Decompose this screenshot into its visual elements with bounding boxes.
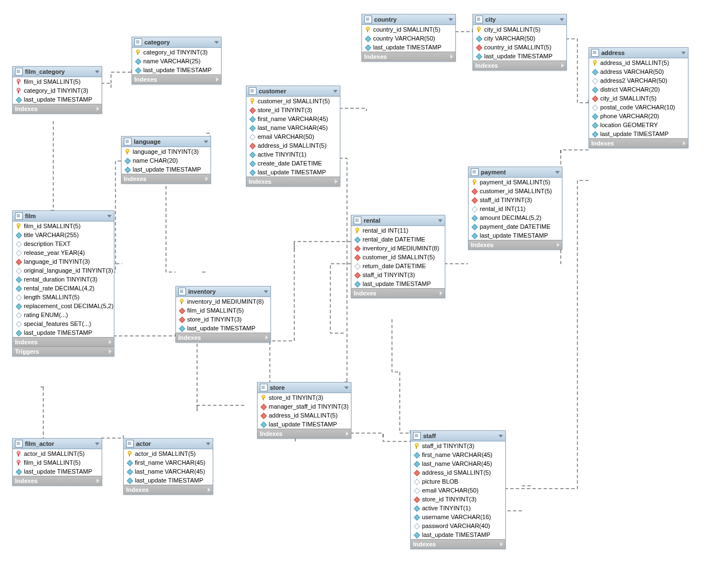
indexes-section[interactable]: Indexes — [124, 485, 213, 494]
column-text: language_id TINYINT(3) — [133, 148, 199, 155]
column-nullable-icon — [249, 133, 255, 140]
table-header[interactable]: payment — [469, 167, 562, 178]
indexes-section[interactable]: Indexes — [176, 333, 270, 342]
indexes-section[interactable]: Indexes — [13, 337, 114, 346]
column-text: email VARCHAR(50) — [258, 133, 314, 140]
table-header[interactable]: film_actor — [13, 439, 102, 449]
table-store[interactable]: storestore_id TINYINT(3)manager_staff_id… — [257, 382, 351, 439]
column-text: address2 VARCHAR(50) — [600, 77, 667, 84]
foreign-key-icon — [413, 496, 420, 502]
table-header[interactable]: language — [122, 137, 210, 147]
table-header[interactable]: film — [13, 211, 114, 222]
table-category[interactable]: categorycategory_id TINYINT(3)name VARCH… — [132, 37, 222, 84]
indexes-section[interactable]: Indexes — [13, 476, 102, 485]
primary-foreign-key-icon — [15, 78, 22, 85]
column-text: last_update TIMESTAMP — [133, 166, 201, 173]
column-notnull-icon — [15, 303, 22, 309]
column-text: last_update TIMESTAMP — [373, 44, 441, 51]
section-label: Indexes — [126, 486, 149, 493]
column-row: city_id SMALLINT(5) — [473, 25, 566, 34]
table-icon — [134, 38, 142, 46]
column-row: username VARCHAR(16) — [411, 512, 505, 521]
table-customer[interactable]: customercustomer_id SMALLINT(5)store_id … — [246, 86, 340, 187]
foreign-key-icon — [178, 307, 185, 314]
table-header[interactable]: actor — [124, 439, 213, 449]
table-address[interactable]: addressaddress_id SMALLINT(5)address VAR… — [589, 47, 688, 148]
column-row: create_date DATETIME — [247, 159, 340, 168]
table-header[interactable]: rental — [351, 215, 445, 226]
primary-key-icon — [413, 443, 420, 449]
table-header[interactable]: staff — [411, 431, 505, 441]
column-notnull-icon — [126, 459, 133, 466]
column-text: store_id TINYINT(3) — [187, 316, 242, 323]
table-header[interactable]: address — [589, 48, 688, 58]
table-header[interactable]: film_category — [13, 67, 102, 77]
indexes-section[interactable]: Indexes — [247, 177, 340, 186]
indexes-section[interactable]: Indexes — [351, 288, 445, 298]
column-nullable-icon — [354, 263, 360, 269]
column-text: last_update TIMESTAMP — [269, 421, 337, 428]
column-row: payment_date DATETIME — [469, 222, 562, 231]
indexes-section[interactable]: Indexes — [589, 138, 688, 148]
chevron-down-icon — [214, 41, 219, 44]
column-text: store_id TINYINT(3) — [269, 394, 323, 401]
column-notnull-icon — [354, 280, 360, 287]
table-film_actor[interactable]: film_actoractor_id SMALLINT(5)film_id SM… — [12, 438, 102, 486]
table-title: category — [144, 39, 170, 46]
table-header[interactable]: city — [473, 14, 566, 25]
table-country[interactable]: countrycountry_id SMALLINT(5)country VAR… — [361, 14, 456, 62]
triggers-section[interactable]: Triggers — [13, 346, 114, 356]
table-payment[interactable]: paymentpayment_id SMALLINT(5)customer_id… — [468, 167, 562, 250]
column-nullable-icon — [15, 320, 22, 327]
table-title: address — [601, 49, 625, 56]
section-label: Indexes — [249, 178, 271, 185]
table-language[interactable]: languagelanguage_id TINYINT(3)name CHAR(… — [121, 136, 211, 184]
indexes-section[interactable]: Indexes — [469, 240, 562, 249]
column-text: staff_id TINYINT(3) — [422, 443, 474, 449]
indexes-section[interactable]: Indexes — [258, 429, 351, 438]
indexes-section[interactable]: Indexes — [411, 539, 505, 549]
table-film_category[interactable]: film_categoryfilm_id SMALLINT(5)category… — [12, 66, 102, 114]
column-row: special_features SET(...) — [13, 319, 114, 328]
column-row: description TEXT — [13, 239, 114, 248]
table-header[interactable]: category — [132, 37, 221, 48]
column-nullable-icon — [413, 487, 420, 494]
column-text: special_features SET(...) — [24, 320, 91, 327]
column-text: replacement_cost DECIMAL(5,2) — [24, 303, 113, 309]
indexes-section[interactable]: Indexes — [13, 104, 102, 113]
column-notnull-icon — [249, 115, 255, 122]
column-row: customer_id SMALLINT(5) — [247, 97, 340, 105]
table-city[interactable]: citycity_id SMALLINT(5)city VARCHAR(50)c… — [472, 14, 567, 71]
table-inventory[interactable]: inventoryinventory_id MEDIUMINT(8)film_i… — [175, 286, 271, 343]
column-notnull-icon — [364, 44, 371, 51]
column-row: actor_id SMALLINT(5) — [13, 449, 102, 458]
indexes-section[interactable]: Indexes — [473, 61, 566, 70]
column-notnull-icon — [413, 531, 420, 538]
indexes-section[interactable]: Indexes — [122, 174, 210, 183]
column-notnull-icon — [15, 96, 22, 103]
table-film[interactable]: filmfilm_id SMALLINT(5)title VARCHAR(255… — [12, 210, 114, 356]
column-text: last_update TIMESTAMP — [143, 67, 212, 73]
indexes-section[interactable]: Indexes — [132, 74, 221, 84]
column-row: last_update TIMESTAMP — [469, 231, 562, 240]
table-header[interactable]: store — [258, 383, 351, 393]
table-header[interactable]: country — [362, 14, 455, 25]
column-row: store_id TINYINT(3) — [411, 495, 505, 504]
table-header[interactable]: customer — [247, 86, 340, 97]
table-rental[interactable]: rentalrental_id INT(11)rental_date DATET… — [351, 215, 445, 298]
column-row: release_year YEAR(4) — [13, 248, 114, 257]
indexes-section[interactable]: Indexes — [362, 52, 455, 61]
column-row: film_id SMALLINT(5) — [13, 77, 102, 86]
table-actor[interactable]: actoractor_id SMALLINT(5)first_name VARC… — [123, 438, 213, 495]
column-row: inventory_id MEDIUMINT(8) — [176, 297, 270, 306]
column-row: last_update TIMESTAMP — [362, 43, 455, 52]
column-text: actor_id SMALLINT(5) — [135, 450, 195, 457]
foreign-key-icon — [249, 142, 255, 149]
column-notnull-icon — [124, 166, 130, 173]
column-row: film_id SMALLINT(5) — [13, 222, 114, 230]
chevron-right-icon — [208, 488, 210, 492]
table-header[interactable]: inventory — [176, 287, 270, 297]
column-row: address_id SMALLINT(5) — [258, 411, 351, 420]
table-staff[interactable]: staffstaff_id TINYINT(3)first_name VARCH… — [410, 430, 506, 549]
section-label: Indexes — [471, 242, 494, 248]
